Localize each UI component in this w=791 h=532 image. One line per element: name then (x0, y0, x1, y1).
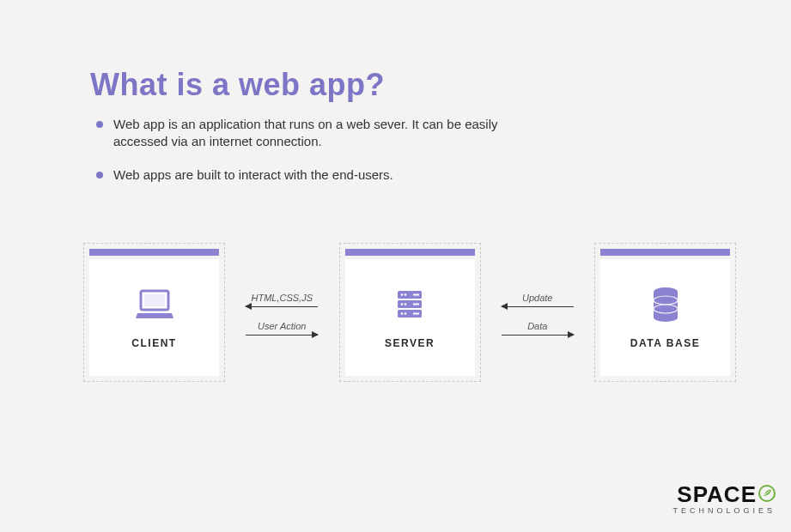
bullet-text: Web apps are built to interact with the … (113, 166, 393, 184)
connector-label: Data (502, 321, 574, 331)
brand-name: SPACE (677, 481, 776, 508)
node-server: SERVER (339, 243, 481, 382)
svg-point-7 (401, 303, 404, 305)
svg-rect-13 (413, 313, 419, 315)
laptop-icon (134, 286, 175, 323)
connector-server-database: Update Data (481, 243, 595, 384)
connector-label: User Action (246, 321, 318, 331)
node-label: DATA BASE (630, 337, 700, 349)
bullet-list: Web app is an application that runs on a… (96, 116, 543, 199)
connector-client-server: HTML,CSS,JS User Action (225, 243, 339, 384)
brand-name-text: SPACE (677, 481, 757, 508)
database-icon (645, 286, 686, 323)
bullet-item: Web app is an application that runs on a… (96, 116, 543, 151)
arrow-right-icon (246, 335, 318, 336)
bullet-dot-icon (96, 172, 103, 178)
svg-point-6 (405, 293, 407, 296)
bullet-text: Web app is an application that runs on a… (113, 116, 543, 151)
node-body: SERVER (345, 259, 475, 376)
arrow-right-icon (502, 335, 574, 336)
bullet-dot-icon (96, 121, 103, 128)
node-database: DATA BASE (594, 243, 736, 382)
node-accent-bar (600, 249, 730, 256)
svg-rect-11 (413, 294, 419, 296)
connector-top: Update (502, 293, 574, 307)
svg-point-5 (401, 293, 404, 296)
svg-rect-1 (144, 294, 165, 306)
connector-bottom: Data (502, 321, 574, 336)
svg-rect-12 (413, 304, 419, 305)
node-body: DATA BASE (600, 259, 730, 376)
svg-point-10 (405, 312, 407, 315)
architecture-diagram: CLIENT HTML,CSS,JS User Action (83, 243, 736, 384)
svg-point-8 (405, 303, 407, 305)
node-label: SERVER (385, 337, 435, 349)
connector-top: HTML,CSS,JS (246, 293, 318, 307)
connector-label: HTML,CSS,JS (246, 293, 318, 303)
node-accent-bar (89, 249, 219, 256)
node-label: CLIENT (131, 337, 176, 349)
node-body: CLIENT (89, 259, 219, 376)
server-icon (389, 286, 430, 323)
leaf-icon (758, 481, 776, 508)
page-title: What is a web app? (90, 67, 385, 103)
brand-subtitle: TECHNOLOGIES (672, 506, 776, 515)
brand-logo: SPACE TECHNOLOGIES (672, 481, 776, 515)
connector-label: Update (502, 293, 574, 303)
node-accent-bar (345, 249, 475, 256)
connector-bottom: User Action (246, 321, 318, 336)
node-client: CLIENT (83, 243, 225, 382)
arrow-left-icon (502, 306, 574, 307)
arrow-left-icon (246, 306, 318, 307)
bullet-item: Web apps are built to interact with the … (96, 166, 543, 184)
svg-point-9 (401, 312, 404, 315)
